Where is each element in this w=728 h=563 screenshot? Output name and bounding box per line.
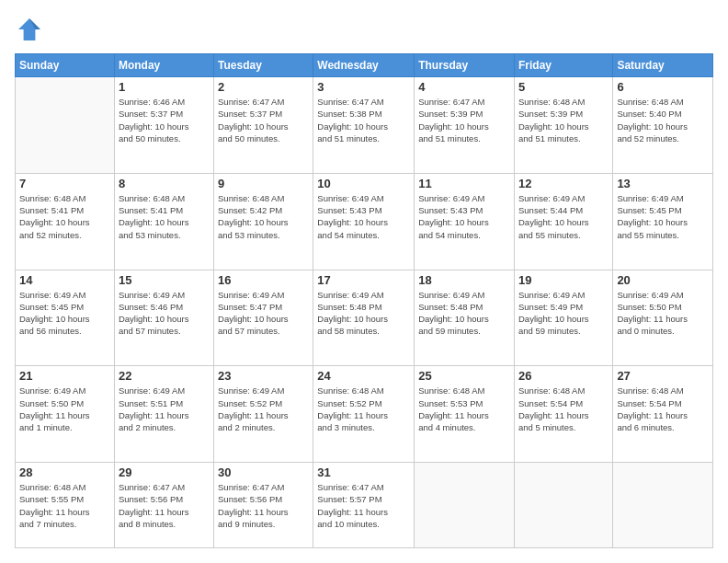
day-header-saturday: Saturday — [613, 54, 713, 77]
day-cell: 10Sunrise: 6:49 AMSunset: 5:43 PMDayligh… — [313, 173, 415, 270]
day-number: 27 — [617, 369, 709, 383]
day-number: 15 — [119, 273, 210, 287]
day-number: 20 — [617, 273, 709, 287]
day-info: Sunrise: 6:49 AMSunset: 5:52 PMDaylight:… — [218, 385, 309, 433]
day-number: 31 — [317, 465, 410, 479]
day-header-sunday: Sunday — [16, 54, 115, 77]
day-cell: 6Sunrise: 6:48 AMSunset: 5:40 PMDaylight… — [613, 77, 713, 174]
day-info: Sunrise: 6:48 AMSunset: 5:53 PMDaylight:… — [418, 385, 510, 433]
day-number: 12 — [518, 177, 609, 190]
day-number: 1 — [119, 80, 210, 94]
day-cell: 22Sunrise: 6:49 AMSunset: 5:51 PMDayligh… — [114, 366, 213, 463]
day-info: Sunrise: 6:48 AMSunset: 5:41 PMDaylight:… — [119, 192, 210, 241]
day-cell — [514, 463, 612, 548]
day-cell: 8Sunrise: 6:48 AMSunset: 5:41 PMDaylight… — [114, 173, 213, 270]
logo — [15, 15, 48, 44]
day-number: 29 — [119, 465, 210, 479]
week-row-3: 14Sunrise: 6:49 AMSunset: 5:45 PMDayligh… — [16, 270, 713, 366]
day-info: Sunrise: 6:47 AMSunset: 5:38 PMDaylight:… — [317, 96, 410, 144]
day-info: Sunrise: 6:49 AMSunset: 5:48 PMDaylight:… — [418, 289, 510, 338]
day-cell: 19Sunrise: 6:49 AMSunset: 5:49 PMDayligh… — [514, 270, 612, 366]
day-info: Sunrise: 6:47 AMSunset: 5:57 PMDaylight:… — [317, 481, 410, 530]
day-cell: 30Sunrise: 6:47 AMSunset: 5:56 PMDayligh… — [214, 463, 313, 548]
day-info: Sunrise: 6:47 AMSunset: 5:37 PMDaylight:… — [218, 96, 309, 144]
day-info: Sunrise: 6:49 AMSunset: 5:50 PMDaylight:… — [617, 289, 709, 338]
day-cell — [16, 77, 115, 174]
day-number: 10 — [317, 177, 410, 190]
day-number: 22 — [119, 369, 210, 383]
day-cell: 31Sunrise: 6:47 AMSunset: 5:57 PMDayligh… — [313, 463, 415, 548]
day-number: 14 — [19, 273, 110, 287]
day-cell — [415, 463, 515, 548]
calendar: SundayMondayTuesdayWednesdayThursdayFrid… — [15, 53, 713, 548]
day-number: 13 — [617, 177, 709, 190]
day-info: Sunrise: 6:49 AMSunset: 5:44 PMDaylight:… — [518, 192, 609, 241]
day-info: Sunrise: 6:48 AMSunset: 5:42 PMDaylight:… — [218, 192, 309, 241]
day-number: 8 — [119, 177, 210, 190]
day-cell: 28Sunrise: 6:48 AMSunset: 5:55 PMDayligh… — [16, 463, 115, 548]
day-cell: 21Sunrise: 6:49 AMSunset: 5:50 PMDayligh… — [16, 366, 115, 463]
day-cell: 12Sunrise: 6:49 AMSunset: 5:44 PMDayligh… — [514, 173, 612, 270]
day-number: 30 — [218, 465, 309, 479]
day-number: 23 — [218, 369, 309, 383]
day-number: 19 — [518, 273, 609, 287]
day-number: 17 — [317, 273, 410, 287]
day-info: Sunrise: 6:49 AMSunset: 5:45 PMDaylight:… — [19, 289, 110, 338]
day-info: Sunrise: 6:49 AMSunset: 5:49 PMDaylight:… — [518, 289, 609, 338]
day-number: 7 — [19, 177, 110, 190]
day-info: Sunrise: 6:48 AMSunset: 5:54 PMDaylight:… — [518, 385, 609, 433]
day-info: Sunrise: 6:49 AMSunset: 5:46 PMDaylight:… — [119, 289, 210, 338]
page: SundayMondayTuesdayWednesdayThursdayFrid… — [0, 0, 728, 563]
day-header-tuesday: Tuesday — [214, 54, 313, 77]
day-number: 26 — [518, 369, 609, 383]
day-cell: 26Sunrise: 6:48 AMSunset: 5:54 PMDayligh… — [514, 366, 612, 463]
day-cell: 16Sunrise: 6:49 AMSunset: 5:47 PMDayligh… — [214, 270, 313, 366]
day-number: 4 — [418, 80, 510, 94]
day-info: Sunrise: 6:46 AMSunset: 5:37 PMDaylight:… — [119, 96, 210, 144]
day-info: Sunrise: 6:47 AMSunset: 5:56 PMDaylight:… — [218, 481, 309, 530]
day-header-friday: Friday — [514, 54, 612, 77]
day-number: 3 — [317, 80, 410, 94]
day-info: Sunrise: 6:49 AMSunset: 5:43 PMDaylight:… — [418, 192, 510, 241]
day-info: Sunrise: 6:49 AMSunset: 5:51 PMDaylight:… — [119, 385, 210, 433]
day-number: 25 — [418, 369, 510, 383]
day-number: 2 — [218, 80, 309, 94]
day-cell: 27Sunrise: 6:48 AMSunset: 5:54 PMDayligh… — [613, 366, 713, 463]
day-number: 18 — [418, 273, 510, 287]
header — [15, 15, 713, 44]
day-info: Sunrise: 6:48 AMSunset: 5:52 PMDaylight:… — [317, 385, 410, 433]
week-row-2: 7Sunrise: 6:48 AMSunset: 5:41 PMDaylight… — [16, 173, 713, 270]
day-cell: 23Sunrise: 6:49 AMSunset: 5:52 PMDayligh… — [214, 366, 313, 463]
day-cell: 25Sunrise: 6:48 AMSunset: 5:53 PMDayligh… — [415, 366, 515, 463]
day-cell: 9Sunrise: 6:48 AMSunset: 5:42 PMDaylight… — [214, 173, 313, 270]
week-row-4: 21Sunrise: 6:49 AMSunset: 5:50 PMDayligh… — [16, 366, 713, 463]
week-row-1: 1Sunrise: 6:46 AMSunset: 5:37 PMDaylight… — [16, 77, 713, 174]
day-number: 16 — [218, 273, 309, 287]
day-info: Sunrise: 6:47 AMSunset: 5:39 PMDaylight:… — [418, 96, 510, 144]
day-cell: 2Sunrise: 6:47 AMSunset: 5:37 PMDaylight… — [214, 77, 313, 174]
day-number: 24 — [317, 369, 410, 383]
day-info: Sunrise: 6:48 AMSunset: 5:54 PMDaylight:… — [617, 385, 709, 433]
day-cell: 11Sunrise: 6:49 AMSunset: 5:43 PMDayligh… — [415, 173, 515, 270]
day-header-thursday: Thursday — [415, 54, 515, 77]
day-header-monday: Monday — [114, 54, 213, 77]
day-cell: 15Sunrise: 6:49 AMSunset: 5:46 PMDayligh… — [114, 270, 213, 366]
day-number: 9 — [218, 177, 309, 190]
day-cell: 3Sunrise: 6:47 AMSunset: 5:38 PMDaylight… — [313, 77, 415, 174]
day-cell: 17Sunrise: 6:49 AMSunset: 5:48 PMDayligh… — [313, 270, 415, 366]
day-cell: 4Sunrise: 6:47 AMSunset: 5:39 PMDaylight… — [415, 77, 515, 174]
day-info: Sunrise: 6:48 AMSunset: 5:41 PMDaylight:… — [19, 192, 110, 241]
day-cell: 18Sunrise: 6:49 AMSunset: 5:48 PMDayligh… — [415, 270, 515, 366]
day-number: 11 — [418, 177, 510, 190]
day-info: Sunrise: 6:47 AMSunset: 5:56 PMDaylight:… — [119, 481, 210, 530]
week-row-5: 28Sunrise: 6:48 AMSunset: 5:55 PMDayligh… — [16, 463, 713, 548]
day-cell: 1Sunrise: 6:46 AMSunset: 5:37 PMDaylight… — [114, 77, 213, 174]
day-cell: 29Sunrise: 6:47 AMSunset: 5:56 PMDayligh… — [114, 463, 213, 548]
day-info: Sunrise: 6:49 AMSunset: 5:50 PMDaylight:… — [19, 385, 110, 433]
day-header-wednesday: Wednesday — [313, 54, 415, 77]
day-cell: 24Sunrise: 6:48 AMSunset: 5:52 PMDayligh… — [313, 366, 415, 463]
day-info: Sunrise: 6:49 AMSunset: 5:48 PMDaylight:… — [317, 289, 410, 338]
logo-icon — [15, 15, 44, 44]
day-info: Sunrise: 6:49 AMSunset: 5:43 PMDaylight:… — [317, 192, 410, 241]
day-cell: 13Sunrise: 6:49 AMSunset: 5:45 PMDayligh… — [613, 173, 713, 270]
